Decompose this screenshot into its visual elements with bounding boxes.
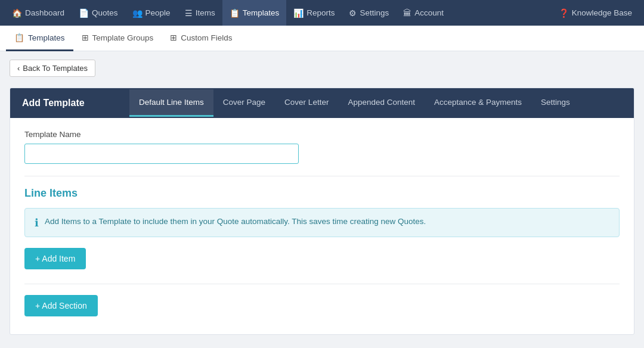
info-icon: ℹ — [35, 216, 39, 229]
tab-cover-letter[interactable]: Cover Letter — [275, 89, 338, 117]
nav-templates-label: Templates — [243, 8, 280, 17]
nav-account-label: Account — [414, 8, 444, 17]
settings-icon: ⚙ — [349, 8, 357, 18]
nav-settings[interactable]: ⚙ Settings — [342, 0, 396, 26]
nav-account[interactable]: 🏛 Account — [396, 0, 451, 26]
sub-nav: 📋 Templates ⊞ Template Groups ⊞ Custom F… — [0, 26, 644, 51]
add-section-button[interactable]: + Add Section — [24, 295, 98, 316]
sub-nav-custom-fields-label: Custom Fields — [181, 33, 232, 42]
tab-cover-page[interactable]: Cover Page — [213, 89, 275, 117]
card-tabs: Default Line Items Cover Page Cover Lett… — [129, 89, 634, 117]
add-section-label: + Add Section — [35, 301, 87, 310]
account-icon: 🏛 — [403, 8, 411, 18]
back-chevron-icon: ‹ — [17, 64, 20, 73]
nav-templates[interactable]: 📋 Templates — [222, 0, 287, 26]
templates-icon: 📋 — [230, 8, 240, 18]
sub-nav-templates[interactable]: 📋 Templates — [6, 26, 73, 51]
people-icon: 👥 — [132, 8, 143, 18]
add-item-button[interactable]: + Add Item — [24, 248, 86, 269]
nav-people-label: People — [145, 8, 171, 17]
sub-nav-custom-fields[interactable]: ⊞ Custom Fields — [162, 26, 240, 51]
nav-knowledge-base[interactable]: ❓ Knowledge Base — [552, 0, 639, 26]
card-title: Add Template — [10, 98, 129, 108]
card-body: Template Name Line Items ℹ Add Items to … — [10, 118, 634, 334]
nav-quotes-label: Quotes — [92, 8, 118, 17]
info-box: ℹ Add Items to a Template to include the… — [24, 208, 620, 237]
template-name-label: Template Name — [24, 130, 620, 139]
nav-knowledge-base-label: Knowledge Base — [572, 8, 632, 17]
line-items-section: Line Items ℹ Add Items to a Template to … — [24, 187, 620, 322]
quotes-icon: 📄 — [79, 8, 89, 18]
nav-items[interactable]: ☰ Items — [178, 0, 222, 26]
top-nav: 🏠 Dashboard 📄 Quotes 👥 People ☰ Items 📋 … — [0, 0, 644, 26]
knowledge-base-icon: ❓ — [559, 8, 569, 18]
info-text: Add Items to a Template to include them … — [45, 216, 426, 228]
nav-reports[interactable]: 📊 Reports — [286, 0, 342, 26]
nav-reports-label: Reports — [306, 8, 335, 17]
tab-appended-content[interactable]: Appended Content — [338, 89, 425, 117]
items-icon: ☰ — [185, 8, 193, 18]
add-item-label: + Add Item — [35, 254, 75, 263]
tab-settings[interactable]: Settings — [531, 89, 580, 117]
tab-default-line-items[interactable]: Default Line Items — [129, 89, 213, 117]
reports-icon: 📊 — [293, 8, 304, 18]
nav-items-label: Items — [196, 8, 215, 17]
nav-people[interactable]: 👥 People — [125, 0, 178, 26]
nav-dashboard-label: Dashboard — [25, 8, 64, 17]
template-name-group: Template Name — [24, 130, 620, 164]
tab-acceptance-payments[interactable]: Acceptance & Payments — [425, 89, 531, 117]
nav-quotes[interactable]: 📄 Quotes — [72, 0, 125, 26]
card-header: Add Template Default Line Items Cover Pa… — [10, 88, 634, 118]
line-items-title: Line Items — [24, 187, 620, 200]
sub-nav-templates-label: Templates — [28, 33, 65, 42]
divider-2 — [24, 284, 620, 284]
back-to-templates-button[interactable]: ‹ Back To Templates — [10, 60, 95, 77]
sub-nav-template-groups-icon: ⊞ — [82, 33, 89, 42]
dashboard-icon: 🏠 — [12, 8, 22, 18]
sub-nav-template-groups-label: Template Groups — [92, 33, 154, 42]
sub-nav-custom-fields-icon: ⊞ — [170, 33, 177, 42]
back-button-label: Back To Templates — [23, 64, 88, 73]
nav-dashboard[interactable]: 🏠 Dashboard — [5, 0, 72, 26]
sub-nav-templates-icon: 📋 — [14, 33, 24, 42]
main-card: Add Template Default Line Items Cover Pa… — [10, 88, 634, 335]
divider-1 — [24, 176, 620, 176]
nav-settings-label: Settings — [360, 8, 389, 17]
template-name-input[interactable] — [24, 144, 299, 164]
sub-nav-template-groups[interactable]: ⊞ Template Groups — [73, 26, 162, 51]
breadcrumb-area: ‹ Back To Templates — [0, 51, 644, 83]
